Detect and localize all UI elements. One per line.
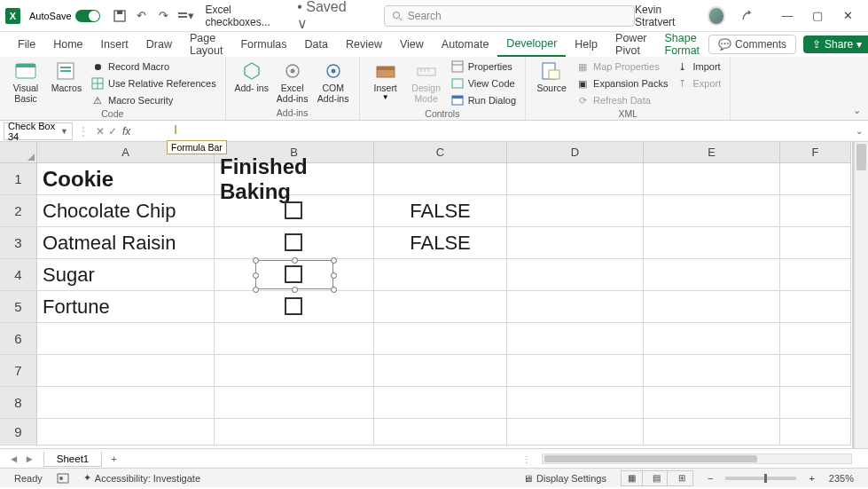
macro-record-status-icon[interactable] [57, 473, 69, 484]
cell-C3[interactable]: FALSE [374, 227, 507, 259]
page-layout-view-button[interactable]: ▤ [646, 471, 668, 485]
checkbox-row-5[interactable] [285, 297, 302, 315]
tab-power-pivot[interactable]: Power Pivot [606, 32, 655, 57]
export-button[interactable]: ⤒Export [673, 75, 723, 91]
expand-formula-bar-button[interactable]: ⌄ [856, 126, 863, 136]
maximize-button[interactable]: ▢ [802, 4, 833, 28]
resize-handle[interactable] [253, 272, 259, 279]
sheet-nav-prev-button[interactable]: ◄ [9, 454, 19, 464]
close-button[interactable]: ✕ [833, 4, 863, 28]
column-header-D[interactable]: D [507, 142, 644, 163]
save-status[interactable]: • Saved ∨ [297, 0, 357, 32]
cell-A5[interactable]: Fortune [37, 291, 215, 323]
resize-handle[interactable] [292, 257, 298, 264]
cell-E4[interactable] [644, 259, 780, 291]
cell-F6[interactable] [780, 323, 851, 355]
tab-insert[interactable]: Insert [92, 32, 137, 57]
resize-handle[interactable] [292, 287, 298, 293]
sheet-tab-scroll-icon[interactable]: ⋮ [522, 454, 531, 464]
cell-F3[interactable] [780, 227, 851, 259]
select-all-button[interactable] [0, 142, 37, 163]
fx-button[interactable]: fx [122, 125, 130, 138]
cell-C9[interactable] [374, 419, 507, 446]
sheet-tab-sheet1[interactable]: Sheet1 [43, 452, 102, 467]
checkbox-row-3[interactable] [285, 233, 302, 251]
user-account[interactable]: Kevin Stratvert [635, 4, 725, 28]
cell-B9[interactable] [215, 419, 374, 446]
cell-E3[interactable] [644, 227, 780, 259]
collapse-ribbon-button[interactable]: ⌄ [853, 105, 861, 116]
cell-C1[interactable] [374, 163, 507, 195]
cell-B7[interactable] [215, 355, 374, 387]
properties-button[interactable]: Properties [449, 59, 518, 75]
cell-A4[interactable]: Sugar [37, 259, 215, 291]
insert-control-button[interactable]: Insert▼ [367, 59, 404, 101]
autosave-toggle[interactable]: AutoSave [29, 10, 100, 22]
cell-E2[interactable] [644, 195, 780, 227]
share-button[interactable]: ⇪ Share ▾ [803, 35, 868, 53]
toggle-on-icon[interactable] [75, 10, 100, 22]
resize-handle[interactable] [253, 257, 259, 264]
cell-F4[interactable] [780, 259, 851, 291]
cell-D8[interactable] [507, 387, 644, 419]
cell-D4[interactable] [507, 259, 644, 291]
cell-C5[interactable] [374, 291, 507, 323]
row-header-1[interactable]: 1 [0, 163, 37, 195]
cell-F8[interactable] [780, 387, 851, 419]
document-name[interactable]: Excel checkboxes... [205, 4, 293, 28]
comments-button[interactable]: 💬 Comments [708, 35, 796, 54]
cell-D6[interactable] [507, 323, 644, 355]
tab-draw[interactable]: Draw [137, 32, 181, 57]
cell-F7[interactable] [780, 355, 851, 387]
macro-security-button[interactable]: ⚠Macro Security [89, 92, 218, 108]
row-header-8[interactable]: 8 [0, 387, 37, 419]
cell-E7[interactable] [644, 355, 780, 387]
cell-E5[interactable] [644, 291, 780, 323]
tab-view[interactable]: View [391, 32, 433, 57]
cell-D3[interactable] [507, 227, 644, 259]
search-input[interactable]: Search [384, 5, 635, 27]
view-code-button[interactable]: View Code [449, 75, 518, 91]
cell-A2[interactable]: Chocolate Chip [37, 195, 215, 227]
tab-shape-format[interactable]: Shape Format [656, 32, 709, 57]
cell-C6[interactable] [374, 323, 507, 355]
addins-button[interactable]: Add- ins [233, 59, 270, 93]
cell-F9[interactable] [780, 419, 851, 446]
row-header-6[interactable]: 6 [0, 323, 37, 355]
cell-A6[interactable] [37, 323, 215, 355]
row-header-7[interactable]: 7 [0, 355, 37, 387]
cell-D1[interactable] [507, 163, 644, 195]
excel-addins-button[interactable]: Excel Add-ins [274, 59, 311, 104]
cell-C4[interactable] [374, 259, 507, 291]
cell-A9[interactable] [37, 419, 215, 446]
resize-handle[interactable] [253, 287, 259, 293]
cell-D2[interactable] [507, 195, 644, 227]
tab-formulas[interactable]: Formulas [231, 32, 295, 57]
selected-shape-outline[interactable] [255, 260, 333, 289]
cell-E8[interactable] [644, 387, 780, 419]
cell-A7[interactable] [37, 355, 215, 387]
resize-handle[interactable] [331, 287, 337, 293]
tab-file[interactable]: File [9, 32, 44, 57]
column-header-E[interactable]: E [644, 142, 780, 163]
cell-B6[interactable] [215, 323, 374, 355]
zoom-level[interactable]: 235% [829, 473, 854, 484]
checkbox-row-2[interactable] [285, 201, 302, 219]
cancel-formula-button[interactable]: ✕ [96, 125, 105, 138]
tab-page-layout[interactable]: Page Layout [181, 32, 232, 57]
cell-E1[interactable] [644, 163, 780, 195]
vertical-scrollbar[interactable] [854, 142, 868, 448]
minimize-button[interactable]: — [772, 4, 802, 28]
row-header-2[interactable]: 2 [0, 195, 37, 227]
resize-handle[interactable] [331, 257, 337, 264]
cell-F2[interactable] [780, 195, 851, 227]
tab-data[interactable]: Data [296, 32, 337, 57]
run-dialog-button[interactable]: Run Dialog [449, 92, 518, 108]
cell-D9[interactable] [507, 419, 644, 446]
cell-D5[interactable] [507, 291, 644, 323]
add-sheet-button[interactable]: + [102, 454, 126, 464]
row-header-5[interactable]: 5 [0, 291, 37, 323]
formula-input[interactable] [130, 121, 868, 141]
coming-soon-button[interactable] [738, 6, 756, 26]
cell-F1[interactable] [780, 163, 851, 195]
